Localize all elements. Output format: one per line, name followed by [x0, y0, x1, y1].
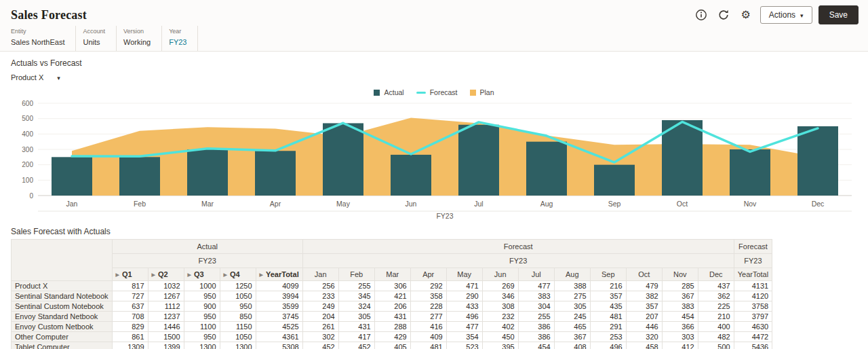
column-header-q2[interactable]: ▶Q2 — [148, 268, 184, 281]
grid-cell[interactable]: 324 — [338, 301, 374, 312]
row-header[interactable]: Tablet Computer — [12, 342, 113, 349]
grid-cell[interactable]: 253 — [590, 332, 626, 342]
grid-cell[interactable]: 477 — [446, 322, 482, 332]
grid-cell[interactable]: 366 — [662, 322, 698, 332]
grid-cell[interactable]: 306 — [374, 281, 410, 291]
grid-cell[interactable]: 950 — [184, 332, 220, 342]
grid-cell[interactable]: 637 — [112, 301, 148, 312]
grid-cell[interactable]: 292 — [410, 281, 446, 291]
grid-cell[interactable]: 1050 — [220, 332, 256, 342]
grid-cell[interactable]: 3797 — [734, 312, 772, 322]
grid-cell[interactable]: 829 — [112, 322, 148, 332]
grid-cell[interactable]: 255 — [518, 312, 554, 322]
grid-cell[interactable]: 496 — [590, 342, 626, 349]
grid-cell[interactable]: 204 — [302, 312, 338, 322]
grid-cell[interactable]: 1032 — [148, 281, 184, 291]
grid-cell[interactable]: 233 — [302, 291, 338, 301]
grid-cell[interactable]: 1100 — [184, 322, 220, 332]
grid-cell[interactable]: 950 — [184, 312, 220, 322]
info-icon[interactable] — [693, 7, 709, 23]
grid-cell[interactable]: 458 — [626, 342, 662, 349]
save-button[interactable]: Save — [818, 5, 859, 24]
grid-cell[interactable]: 477 — [518, 281, 554, 291]
grid-cell[interactable]: 4131 — [734, 281, 772, 291]
legend-item-forecast[interactable]: Forecast — [416, 88, 458, 96]
grid-cell[interactable]: 482 — [698, 332, 734, 342]
row-header[interactable]: Sentinal Custom Notebook — [12, 301, 113, 312]
grid-cell[interactable]: 1500 — [148, 332, 184, 342]
grid-cell[interactable]: 4120 — [734, 291, 772, 301]
grid-cell[interactable]: 1237 — [148, 312, 184, 322]
grid-cell[interactable]: 277 — [410, 312, 446, 322]
grid-cell[interactable]: 255 — [338, 281, 374, 291]
grid-cell[interactable]: 346 — [482, 291, 518, 301]
grid-cell[interactable]: 354 — [446, 332, 482, 342]
grid-cell[interactable]: 1150 — [220, 322, 256, 332]
grid-cell[interactable]: 357 — [626, 301, 662, 312]
grid-cell[interactable]: 275 — [554, 291, 590, 301]
grid-cell[interactable]: 417 — [338, 332, 374, 342]
actions-button[interactable]: Actions ▾ — [760, 6, 812, 24]
grid-cell[interactable]: 291 — [590, 322, 626, 332]
grid-cell[interactable]: 452 — [302, 342, 338, 349]
grid-cell[interactable]: 4472 — [734, 332, 772, 342]
grid-cell[interactable]: 481 — [590, 312, 626, 322]
row-header[interactable]: Envoy Custom Netbook — [12, 322, 113, 332]
grid-cell[interactable]: 4525 — [256, 322, 302, 332]
grid-cell[interactable]: 362 — [698, 291, 734, 301]
grid-cell[interactable]: 861 — [112, 332, 148, 342]
pov-item-account[interactable]: AccountUnits — [76, 26, 117, 51]
grid-cell[interactable]: 431 — [338, 322, 374, 332]
grid-cell[interactable]: 416 — [410, 322, 446, 332]
grid-cell[interactable]: 402 — [482, 322, 518, 332]
grid-cell[interactable]: 269 — [482, 281, 518, 291]
grid-cell[interactable]: 228 — [410, 301, 446, 312]
grid-cell[interactable]: 245 — [554, 312, 590, 322]
grid-cell[interactable]: 285 — [662, 281, 698, 291]
grid-cell[interactable]: 367 — [554, 332, 590, 342]
grid-cell[interactable]: 727 — [112, 291, 148, 301]
grid-cell[interactable]: 3599 — [256, 301, 302, 312]
grid-cell[interactable]: 409 — [410, 332, 446, 342]
grid-cell[interactable]: 304 — [518, 301, 554, 312]
pov-item-year[interactable]: YearFY23 — [162, 26, 198, 51]
grid-cell[interactable]: 431 — [374, 312, 410, 322]
grid-cell[interactable]: 1399 — [148, 342, 184, 349]
grid-cell[interactable]: 421 — [374, 291, 410, 301]
grid-cell[interactable]: 383 — [662, 301, 698, 312]
grid-cell[interactable]: 5308 — [256, 342, 302, 349]
grid-cell[interactable]: 4099 — [256, 281, 302, 291]
grid-cell[interactable]: 383 — [518, 291, 554, 301]
grid-cell[interactable]: 1309 — [112, 342, 148, 349]
grid-cell[interactable]: 249 — [302, 301, 338, 312]
gear-icon[interactable]: ⚙ — [738, 7, 754, 23]
grid-cell[interactable]: 950 — [220, 301, 256, 312]
product-selector[interactable]: Product X ▾ — [11, 72, 60, 81]
grid-cell[interactable]: 433 — [446, 301, 482, 312]
column-header-yeartotal[interactable]: ▶YearTotal — [256, 268, 302, 281]
column-header-q4[interactable]: ▶Q4 — [220, 268, 256, 281]
grid-cell[interactable]: 206 — [374, 301, 410, 312]
grid-cell[interactable]: 471 — [446, 281, 482, 291]
grid-cell[interactable]: 256 — [302, 281, 338, 291]
grid-cell[interactable]: 1267 — [148, 291, 184, 301]
grid-cell[interactable]: 216 — [590, 281, 626, 291]
grid-cell[interactable]: 305 — [554, 301, 590, 312]
grid-cell[interactable]: 225 — [698, 301, 734, 312]
grid-cell[interactable]: 454 — [518, 342, 554, 349]
grid-cell[interactable]: 290 — [446, 291, 482, 301]
grid-cell[interactable]: 303 — [662, 332, 698, 342]
grid-cell[interactable]: 1250 — [220, 281, 256, 291]
grid-cell[interactable]: 850 — [220, 312, 256, 322]
grid-cell[interactable]: 320 — [626, 332, 662, 342]
grid-cell[interactable]: 308 — [482, 301, 518, 312]
grid-cell[interactable]: 481 — [410, 342, 446, 349]
grid-cell[interactable]: 900 — [184, 301, 220, 312]
grid-cell[interactable]: 302 — [302, 332, 338, 342]
grid-cell[interactable]: 367 — [662, 291, 698, 301]
grid-cell[interactable]: 1112 — [148, 301, 184, 312]
grid-cell[interactable]: 4361 — [256, 332, 302, 342]
grid-cell[interactable]: 429 — [374, 332, 410, 342]
grid-cell[interactable]: 232 — [482, 312, 518, 322]
pov-item-version[interactable]: VersionWorking — [117, 26, 162, 51]
